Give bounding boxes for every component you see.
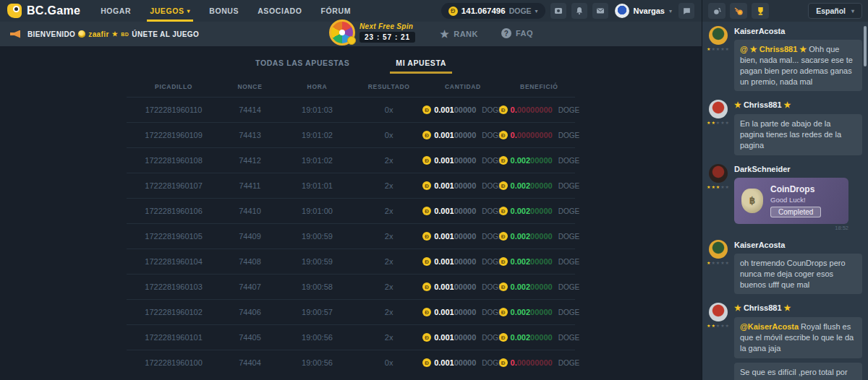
nav-item-forum[interactable]: FÓRUM	[321, 0, 352, 22]
rank-link[interactable]: ★ RANK	[440, 28, 478, 40]
money-face-emoji	[78, 30, 85, 38]
bet-nonce: 74414	[221, 105, 279, 114]
trophy-button[interactable]	[752, 3, 769, 19]
table-row[interactable]: 1722281960104 74408 19:00:59 2x Ð 0.0010…	[127, 249, 575, 274]
country-badge: BD	[121, 32, 129, 37]
balance-selector[interactable]: Ð 141.067496 DOGE ▾	[441, 3, 545, 19]
avatar[interactable]	[709, 240, 728, 259]
bet-hash: 1722281960110	[127, 105, 221, 114]
user-menu[interactable]: Nvargas ▾	[615, 4, 672, 18]
welcome-username[interactable]: zaafir	[88, 30, 109, 38]
notifications-button[interactable]	[571, 3, 587, 19]
table-row[interactable]: 1722281960109 74413 19:01:02 0x Ð 0.0010…	[127, 122, 575, 147]
nav-item-asociado[interactable]: ASOCIADO	[258, 0, 302, 22]
table-row[interactable]: 1722281960100 74404 19:00:56 0x Ð 0.0010…	[127, 350, 575, 375]
tab-todas-las-apuestas[interactable]: TODAS LAS APUESTAS	[255, 59, 349, 74]
vault-icon	[554, 7, 563, 15]
nav-item-juegos[interactable]: JUEGOS▾	[150, 0, 190, 22]
bet-time: 19:00:59	[279, 232, 355, 241]
bet-result: 2x	[355, 308, 422, 316]
chat-username[interactable]: ★ Chriss881 ★	[734, 100, 862, 110]
bet-amount: Ð 0.00100000 DOGE	[422, 358, 503, 367]
currency-label: DOGE	[558, 308, 579, 316]
avatar[interactable]	[709, 100, 728, 118]
col-picadillo: PICADILLO	[127, 83, 221, 90]
doge-coin-icon: Ð	[422, 257, 431, 266]
chat-username[interactable]: ★ KaiserAcosta ★	[734, 241, 862, 249]
bet-result: 2x	[355, 207, 422, 215]
bcgame-app: BC.Game HOGAR JUEGOS▾ BONUS ASOCIADO FÓR…	[0, 0, 868, 380]
chat-username[interactable]: ★ DarkSchneider ★	[734, 165, 862, 173]
faq-link[interactable]: ? FAQ	[501, 28, 533, 38]
avatar[interactable]	[709, 26, 728, 45]
fireball-button[interactable]	[730, 3, 747, 19]
balance-currency: DOGE	[509, 7, 532, 15]
table-row[interactable]: 1722281960108 74412 19:01:02 2x Ð 0.0010…	[127, 147, 575, 173]
messages-button[interactable]	[592, 3, 608, 19]
bet-time: 19:01:01	[279, 181, 355, 190]
user-mention[interactable]: @KaiserAcosta	[740, 322, 801, 331]
chat-scrollbar[interactable]	[864, 26, 867, 66]
tab-mi-apuesta[interactable]: MI APUESTA	[396, 59, 446, 74]
main-column: BC.Game HOGAR JUEGOS▾ BONUS ASOCIADO FÓR…	[0, 0, 702, 380]
profit-amount: Ð 0.00200000 DOGE	[503, 207, 575, 215]
bet-hash: 1722281960104	[127, 257, 221, 266]
bcgame-logo[interactable]: BC.Game	[7, 4, 80, 18]
balance-amount: 141.067496	[461, 7, 506, 15]
language-selector[interactable]: Español ▾	[808, 3, 862, 19]
rating-stars: ★★★★★	[707, 261, 730, 265]
coindrop-button[interactable]	[708, 3, 726, 19]
fireball-icon	[734, 7, 744, 16]
bet-result: 0x	[355, 105, 422, 114]
bet-time: 19:01:00	[279, 207, 355, 215]
vault-button[interactable]	[550, 3, 566, 19]
prize-wheel-icon[interactable]	[329, 20, 355, 46]
avatar[interactable]	[709, 164, 728, 183]
bet-nonce: 74411	[221, 181, 279, 190]
bets-table: PICADILLO NONCE HORA RESULTADO CANTIDAD …	[127, 77, 575, 375]
chat-bubble: @KaiserAcosta Royal flush es que el móvi…	[734, 317, 862, 358]
nav-item-hogar[interactable]: HOGAR	[101, 0, 131, 22]
message-timestamp: 18:52	[734, 225, 848, 231]
doge-coin-icon: Ð	[499, 105, 508, 114]
currency-label: DOGE	[558, 207, 579, 215]
bet-result: 2x	[355, 232, 422, 241]
doge-coin-icon: Ð	[499, 257, 508, 266]
table-row[interactable]: 1722281960110 74414 19:01:03 0x Ð 0.0010…	[127, 97, 575, 122]
doge-coin-icon: Ð	[499, 156, 508, 165]
chat-bubble: oh tremendo CounDrops pero nunca me deja…	[734, 254, 862, 295]
table-row[interactable]: 1722281960105 74409 19:00:59 2x Ð 0.0010…	[127, 223, 575, 249]
chat-header: Español ▾	[702, 0, 868, 22]
question-icon: ?	[501, 28, 511, 38]
user-mention[interactable]: @ ★ Chriss881 ★	[740, 45, 809, 53]
chat-bubble: En la parte de abajo de la pagina tienes…	[734, 114, 862, 155]
chat-username[interactable]: ★ KaiserAcosta ★	[734, 27, 862, 35]
bubble-list: En la parte de abajo de la pagina tienes…	[734, 114, 862, 155]
avatar[interactable]	[709, 303, 728, 321]
bets-tabs: TODAS LAS APUESTAS MI APUESTA	[0, 46, 702, 74]
doge-coin-icon: Ð	[499, 181, 508, 190]
bet-amount: Ð 0.00100000 DOGE	[422, 232, 503, 241]
table-row[interactable]: 1722281960101 74405 19:00:56 2x Ð 0.0010…	[127, 324, 575, 350]
table-row[interactable]: 1722281960107 74411 19:01:01 2x Ð 0.0010…	[127, 173, 575, 198]
table-row[interactable]: 1722281960106 74410 19:01:00 2x Ð 0.0010…	[127, 198, 575, 223]
col-nonce: NONCE	[221, 83, 279, 90]
bet-time: 19:00:57	[279, 308, 355, 316]
coindrops-completed-button[interactable]: Completed	[770, 207, 821, 217]
bet-time: 19:00:56	[279, 358, 355, 367]
envelope-icon	[596, 7, 605, 15]
bets-panel: TODAS LAS APUESTAS MI APUESTA PICADILLO …	[0, 46, 702, 380]
bubble-list: ฿CoinDropsGood Luck!Completed18:52	[734, 178, 862, 231]
chat-toggle-button[interactable]	[678, 3, 694, 19]
profit-amount: Ð 0.00200000 DOGE	[503, 333, 575, 342]
table-row[interactable]: 1722281960102 74406 19:00:57 2x Ð 0.0010…	[127, 299, 575, 324]
doge-coin-icon: Ð	[422, 131, 431, 139]
bet-hash: 1722281960101	[127, 333, 221, 342]
table-row[interactable]: 1722281960103 74407 19:00:58 2x Ð 0.0010…	[127, 274, 575, 299]
nav-item-bonus[interactable]: BONUS	[209, 0, 239, 22]
profit-amount: Ð 0.00000000 DOGE	[503, 358, 575, 367]
currency-label: DOGE	[558, 157, 579, 165]
bet-hash: 1722281960106	[127, 207, 221, 215]
chat-username[interactable]: ★ Chriss881 ★	[734, 303, 862, 313]
chevron-down-icon: ▾	[669, 8, 672, 14]
